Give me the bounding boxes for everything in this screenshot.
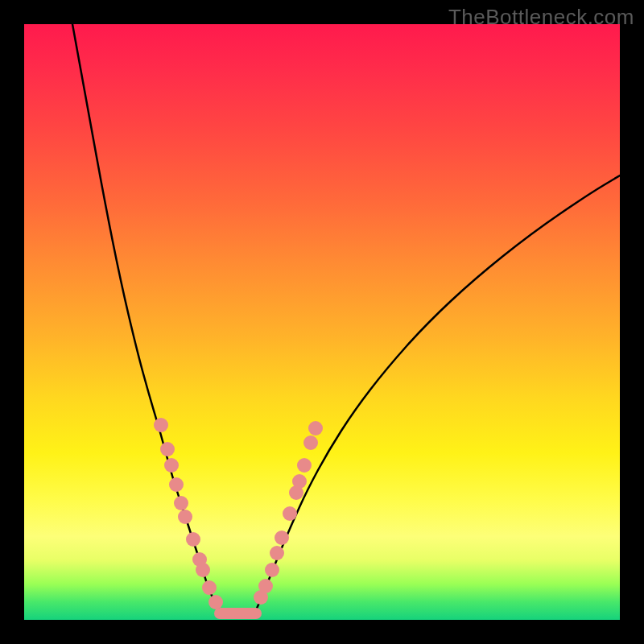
plot-area bbox=[24, 24, 620, 620]
marker-dot bbox=[196, 563, 210, 577]
marker-dot bbox=[303, 436, 318, 450]
markers-left bbox=[154, 418, 223, 609]
marker-dot bbox=[169, 477, 184, 492]
chart-overlay bbox=[24, 24, 620, 620]
watermark-text: TheBottleneck.com bbox=[448, 5, 634, 30]
marker-dot bbox=[202, 580, 217, 595]
marker-dot bbox=[154, 418, 168, 432]
markers-right bbox=[254, 421, 323, 605]
marker-dot bbox=[308, 421, 323, 436]
marker-dot bbox=[164, 458, 179, 473]
curve-left-arm bbox=[72, 24, 220, 610]
marker-dot bbox=[297, 458, 312, 473]
marker-dot bbox=[186, 532, 200, 547]
marker-dot bbox=[275, 530, 289, 545]
chart-frame: TheBottleneck.com bbox=[0, 0, 644, 644]
marker-dot bbox=[178, 510, 192, 524]
curve-right-arm bbox=[256, 175, 620, 610]
marker-dot bbox=[265, 563, 279, 577]
marker-dot bbox=[208, 595, 223, 609]
marker-dot bbox=[174, 496, 188, 510]
marker-dot bbox=[160, 442, 175, 456]
marker-dot bbox=[258, 579, 273, 593]
marker-dot bbox=[283, 506, 297, 521]
marker-dot bbox=[292, 474, 307, 489]
marker-dot bbox=[270, 546, 284, 560]
